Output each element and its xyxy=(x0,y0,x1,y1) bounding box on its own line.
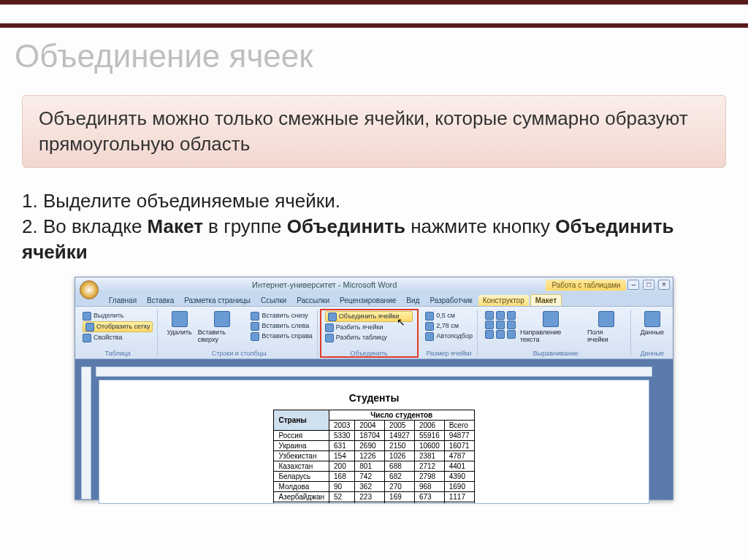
merge-cells-icon xyxy=(328,312,337,321)
insert-top-button[interactable]: Вставить сверху xyxy=(196,311,248,343)
step-1: 1. Выделите объединяемые ячейки. xyxy=(22,188,726,214)
split-table-icon xyxy=(325,334,334,342)
align-icon[interactable] xyxy=(485,311,494,320)
insert-left-icon xyxy=(251,322,259,331)
autofit-icon xyxy=(425,332,434,341)
insert-bottom-icon xyxy=(251,312,259,321)
info-callout: Объединять можно только смежные ячейки, … xyxy=(22,95,726,168)
properties-icon xyxy=(83,334,91,342)
window-title: Интернет-университет - Microsoft Word xyxy=(103,280,546,289)
select-icon xyxy=(83,312,91,321)
data-button[interactable]: Данные xyxy=(638,311,665,336)
group-merge: Объединить ячейки↖ Разбить ячейки Разбит… xyxy=(321,310,418,357)
data-icon xyxy=(644,311,660,327)
text-direction-icon xyxy=(543,311,559,327)
step-2: 2. Во вкладке Макет в группе Объединить … xyxy=(22,214,726,265)
align-icon[interactable] xyxy=(496,330,505,339)
tab-home[interactable]: Главная xyxy=(104,295,141,306)
group-label-table: Таблица xyxy=(83,348,153,357)
text-direction-button[interactable]: Направление текста xyxy=(519,311,583,343)
group-alignment: Направление текста Поля ячейки Выравнива… xyxy=(481,310,631,357)
vertical-ruler xyxy=(81,367,91,499)
word-screenshot: Интернет-университет - Microsoft Word Ра… xyxy=(75,277,673,500)
insert-right-button[interactable]: Вставить справа xyxy=(251,331,313,341)
group-label-data: Данные xyxy=(638,348,665,357)
align-icon[interactable] xyxy=(507,311,516,320)
instruction-steps: 1. Выделите объединяемые ячейки. 2. Во в… xyxy=(0,175,748,272)
titlebar: Интернет-университет - Microsoft Word Ра… xyxy=(75,277,673,292)
grid-icon xyxy=(85,323,94,331)
tab-developer[interactable]: Разработчик xyxy=(425,295,476,306)
height-icon xyxy=(425,312,434,321)
delete-icon xyxy=(172,311,188,327)
tab-references[interactable]: Ссылки xyxy=(256,295,291,306)
tab-review[interactable]: Рецензирование xyxy=(335,295,400,306)
tab-view[interactable]: Вид xyxy=(402,295,424,306)
width-icon xyxy=(425,322,434,331)
group-cell-size: 0,5 см 2,78 см Автоподбор Размер ячейки xyxy=(421,310,478,357)
insert-top-icon xyxy=(214,311,230,327)
autofit-button[interactable]: Автоподбор xyxy=(425,331,473,341)
insert-bottom-button[interactable]: Вставить снизу xyxy=(251,311,313,321)
tab-mailings[interactable]: Рассылки xyxy=(292,295,334,306)
align-icon[interactable] xyxy=(507,330,516,339)
slide-title: Объединение ячеек xyxy=(0,28,748,80)
document-page: Студенты СтраныЧисло студентов2003200420… xyxy=(99,380,649,504)
tab-layout[interactable]: Макет xyxy=(530,294,562,306)
group-rows-cols: Удалить Вставить сверху Вставить снизу В… xyxy=(161,310,317,357)
row-height-input[interactable]: 0,5 см xyxy=(425,311,473,321)
close-icon[interactable]: × xyxy=(658,280,670,290)
slide-decoration xyxy=(0,0,748,28)
insert-left-button[interactable]: Вставить слева xyxy=(251,321,313,331)
align-icon[interactable] xyxy=(496,321,505,329)
group-table: Выделить Отобразить сетку Свойства Табли… xyxy=(78,310,158,357)
table-title: Студенты xyxy=(133,392,615,404)
delete-button[interactable]: Удалить xyxy=(165,311,193,336)
document-area: Студенты СтраныЧисло студентов2003200420… xyxy=(75,359,673,499)
group-label-rows-cols: Строки и столбцы xyxy=(165,348,312,357)
show-grid-button[interactable]: Отобразить сетку xyxy=(83,321,153,332)
align-icon[interactable] xyxy=(485,330,494,339)
ribbon-tabs: Главная Вставка Разметка страницы Ссылки… xyxy=(75,292,673,307)
ribbon: Выделить Отобразить сетку Свойства Табли… xyxy=(75,307,673,359)
align-icon[interactable] xyxy=(496,311,505,320)
cell-margins-icon xyxy=(598,311,614,327)
group-label-merge: Объединить xyxy=(325,348,413,357)
minimize-icon[interactable]: – xyxy=(627,280,639,290)
col-width-input[interactable]: 2,78 см xyxy=(425,321,473,331)
split-table-button[interactable]: Разбить таблицу xyxy=(325,333,413,342)
align-icon[interactable] xyxy=(507,321,516,329)
cell-margins-button[interactable]: Поля ячейки xyxy=(586,311,627,343)
group-label-size: Размер ячейки xyxy=(425,348,473,357)
students-table[interactable]: СтраныЧисло студентов2003200420052006Все… xyxy=(273,410,474,504)
properties-button[interactable]: Свойства xyxy=(83,333,153,342)
merge-cells-button[interactable]: Объединить ячейки↖ xyxy=(325,311,413,322)
tab-insert[interactable]: Вставка xyxy=(142,295,178,306)
insert-right-icon xyxy=(251,332,259,341)
maximize-icon[interactable]: □ xyxy=(643,280,654,290)
split-cells-icon xyxy=(325,323,334,332)
tab-page-layout[interactable]: Разметка страницы xyxy=(180,295,255,306)
group-data: Данные Данные xyxy=(634,310,670,357)
group-label-align: Выравнивание xyxy=(485,348,626,357)
context-tab-title: Работа с таблицами xyxy=(546,280,626,291)
select-button[interactable]: Выделить xyxy=(83,311,153,321)
split-cells-button[interactable]: Разбить ячейки xyxy=(325,323,413,332)
horizontal-ruler xyxy=(96,367,652,377)
align-icon[interactable] xyxy=(485,321,494,329)
tab-design[interactable]: Конструктор xyxy=(478,295,529,306)
